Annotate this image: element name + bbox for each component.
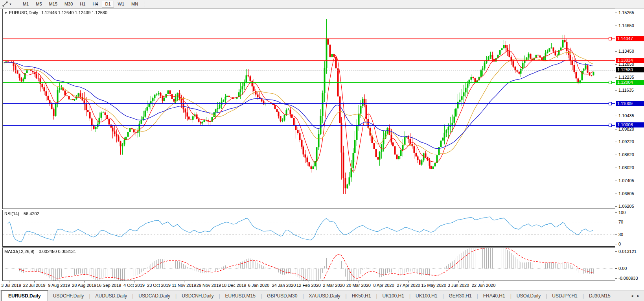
axis-tick-mark: [615, 181, 617, 181]
tab-eurusd-m15[interactable]: EURUSD,M15: [220, 290, 261, 301]
date-label: 22 Jun 2020: [472, 283, 496, 288]
axis-tick-mark: [615, 129, 617, 129]
timeframe-button-w1[interactable]: W1: [115, 1, 128, 7]
tabs-scroll-left-icon[interactable]: ◄: [630, 294, 634, 298]
axis-tick-mark: [615, 235, 617, 235]
date-label: 16 Sep 2019: [97, 283, 121, 288]
date-label: 29 Nov 2019: [197, 283, 221, 288]
macd-canvas[interactable]: [3, 248, 615, 281]
date-label: 27 Apr 2020: [397, 283, 420, 288]
macd-values: 0.002450 0.003131: [39, 249, 76, 254]
timeframe-button-mn[interactable]: MN: [128, 1, 141, 7]
date-tick-mark: [408, 281, 409, 283]
date-tick-mark: [284, 281, 284, 283]
tab-dj30-m15[interactable]: DJ30,M15: [584, 290, 616, 301]
macd-panel: MACD(12,26,9) 0.002450 0.003131: [2, 247, 615, 281]
timeframe-button-m5[interactable]: M5: [33, 1, 45, 7]
date-tick-mark: [458, 281, 459, 283]
date-tick-mark: [309, 281, 309, 283]
chart-ohlc-values: 1.12446 1.12640 1.12439 1.12580: [41, 10, 107, 15]
tab-uk100-h1[interactable]: UK100,H1: [377, 290, 409, 301]
rsi-level-label: 30: [618, 232, 623, 237]
axis-tick-mark: [615, 194, 617, 194]
tab-uk100-h1[interactable]: UK100,H1: [410, 290, 442, 301]
rsi-panel: RSI(14) 56.4202: [2, 210, 615, 247]
date-label: 11 Nov 2019: [172, 283, 196, 288]
rsi-label: RSI(14) 56.4202: [4, 211, 39, 216]
tab-audusd-daily[interactable]: AUDUSD,Daily: [90, 290, 132, 301]
date-label: 4 Oct 2019: [123, 283, 145, 288]
axis-tick-mark: [615, 251, 617, 252]
timeframe-button-h1[interactable]: H1: [77, 1, 88, 7]
axis-tick-mark: [615, 64, 617, 65]
tab-usdchf-daily[interactable]: USDCHF,Daily: [48, 290, 89, 301]
date-tick-mark: [134, 281, 134, 283]
date-label: 6 Jan 2020: [248, 283, 269, 288]
axis-tick-mark: [615, 51, 617, 52]
tab-usdcad-daily[interactable]: USDCAD,Daily: [133, 290, 175, 301]
axis-tick-mark: [615, 206, 617, 207]
macd-label: MACD(12,26,9) 0.002450 0.003131: [4, 249, 76, 254]
axis-tick-mark: [615, 268, 617, 269]
tab-eurusd-daily[interactable]: EURUSD,Daily: [1, 290, 48, 301]
axis-tick-mark: [615, 142, 617, 142]
price-line-badge: 1.11009: [616, 101, 644, 106]
timeframe-button-d1[interactable]: D1: [102, 1, 114, 7]
main-chart-canvas[interactable]: [3, 9, 615, 209]
date-label: 2 Mar 2020: [323, 283, 345, 288]
toolbar-grip: [16, 2, 16, 7]
tab-gbpusd-m30[interactable]: GBPUSD,M30: [262, 290, 302, 301]
toolbar: ▼ M1M5M15M30H1H4D1W1MN: [0, 0, 644, 9]
rsi-level-label: 70: [618, 220, 623, 224]
tab-scroll-arrows: ◄►: [630, 290, 640, 301]
price-tick-label: 1.10435: [618, 113, 634, 118]
date-label: 9 Aug 2019: [48, 283, 70, 288]
timeframe-button-m15[interactable]: M15: [46, 1, 61, 7]
tab-xauusd-daily[interactable]: XAUUSD,Daily: [304, 290, 346, 301]
price-line-badge: 1.12004: [616, 80, 644, 85]
date-label: 8 Apr 2020: [373, 283, 394, 288]
macd-axis-label: 0.013121: [618, 249, 637, 254]
date-label: 20 Mar 2020: [346, 283, 371, 288]
tabs-scroll-right-icon[interactable]: ►: [637, 294, 640, 298]
date-tick-mark: [209, 281, 209, 283]
timeframe-button-m30[interactable]: M30: [61, 1, 76, 7]
macd-axis-label: 0.00: [618, 266, 627, 271]
axis-tick-mark: [615, 116, 617, 116]
date-label: 18 Dec 2019: [222, 283, 246, 288]
tab-fra40-h1[interactable]: FRA40,H1: [478, 290, 510, 301]
axis-tick-mark: [615, 222, 617, 222]
date-tick-mark: [84, 281, 85, 283]
rsi-level-label: 100: [618, 210, 626, 215]
date-label: 3 Jun 2020: [448, 283, 469, 288]
trendline-dropdown-caret-icon[interactable]: ▼: [9, 3, 12, 6]
date-label: 28 Aug 2019: [72, 283, 96, 288]
tab-usdjpy-h1[interactable]: USDJPY,H1: [547, 290, 582, 301]
price-tick-label: 1.12235: [618, 75, 634, 79]
timeframe-button-h4[interactable]: H4: [89, 1, 101, 7]
date-tick-mark: [259, 281, 259, 283]
axis-tick-mark: [615, 13, 617, 13]
axis-tick-mark: [615, 278, 617, 279]
rsi-canvas[interactable]: [3, 210, 615, 246]
price-tick-label: 1.06205: [618, 204, 634, 209]
timeframe-toolbar: M1M5M15M30H1H4D1W1MN: [19, 1, 142, 7]
date-tick-mark: [109, 281, 109, 283]
date-tick-mark: [59, 281, 59, 283]
axis-tick-mark: [615, 168, 617, 168]
tab-usdcnh-daily[interactable]: USDCNH,Daily: [177, 290, 219, 301]
price-tick-label: 1.09220: [618, 139, 634, 144]
date-tick-mark: [434, 281, 434, 283]
rsi-value: 56.4202: [24, 211, 39, 216]
date-tick-mark: [34, 281, 35, 283]
tab-usoil-daily[interactable]: USOil,Daily: [512, 290, 546, 301]
main-chart-panel: ▼EURUSD,Daily1.12446 1.12640 1.12439 1.1…: [2, 9, 615, 209]
tab-ger30-h1[interactable]: GER30,H1: [444, 290, 477, 301]
date-tick-mark: [184, 281, 184, 283]
symbol-dropdown-icon[interactable]: ▼: [4, 11, 7, 15]
timeframe-button-m1[interactable]: M1: [20, 1, 32, 7]
price-line-badge: 1.14047: [616, 36, 644, 41]
tab-hk50-h1[interactable]: HK50,H1: [347, 290, 376, 301]
trendline-tool-icon[interactable]: [2, 1, 9, 7]
price-tick-label: 1.07405: [618, 178, 634, 183]
